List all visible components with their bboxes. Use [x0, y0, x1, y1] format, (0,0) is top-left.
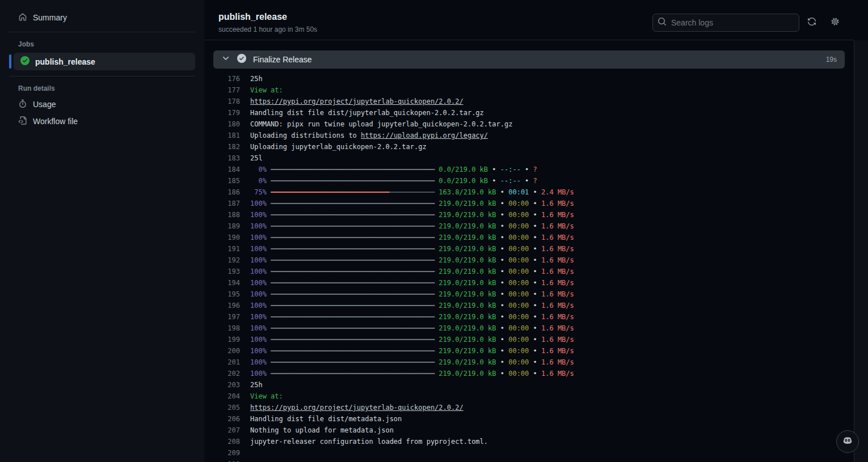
sidebar-item-job-publish-release[interactable]: publish_release [14, 53, 195, 70]
log-line[interactable]: 185 0% ━━━━━━━━━━━━━━━━━━━━━━━━━━━━━━━━━… [204, 175, 854, 187]
line-number[interactable]: 197 [204, 311, 240, 323]
log-line[interactable]: 198100% ━━━━━━━━━━━━━━━━━━━━━━━━━━━━━━━━… [204, 323, 854, 334]
line-number[interactable]: 196 [204, 300, 240, 311]
log-line[interactable]: 199100% ━━━━━━━━━━━━━━━━━━━━━━━━━━━━━━━━… [204, 334, 854, 345]
log-line[interactable]: 202100% ━━━━━━━━━━━━━━━━━━━━━━━━━━━━━━━━… [204, 368, 854, 379]
line-number[interactable]: 182 [204, 141, 240, 152]
log-line[interactable]: 180COMMAND: pipx run twine upload jupyte… [204, 118, 854, 130]
log-line[interactable]: 204View at: [204, 391, 854, 402]
line-number[interactable]: 190 [204, 232, 240, 243]
log-line[interactable]: 206Handling dist file dist/metadata.json [204, 413, 854, 425]
log-line[interactable]: 201100% ━━━━━━━━━━━━━━━━━━━━━━━━━━━━━━━━… [204, 357, 854, 368]
log-line-text: jupyter-releaser configuration loaded fr… [250, 436, 488, 447]
line-number[interactable]: 207 [204, 425, 240, 436]
log-line-text: 100% ━━━━━━━━━━━━━━━━━━━━━━━━━━━━━━━━━━━… [250, 243, 574, 255]
log-line[interactable]: 191100% ━━━━━━━━━━━━━━━━━━━━━━━━━━━━━━━━… [204, 243, 854, 255]
log-line[interactable]: 208jupyter-releaser configuration loaded… [204, 436, 854, 447]
log-line[interactable]: 195100% ━━━━━━━━━━━━━━━━━━━━━━━━━━━━━━━━… [204, 289, 854, 300]
log-line[interactable]: 188100% ━━━━━━━━━━━━━━━━━━━━━━━━━━━━━━━━… [204, 209, 854, 221]
sidebar-item-workflow-file[interactable]: Workflow file [9, 113, 195, 130]
log-line-text: View at: [250, 391, 283, 402]
log-line[interactable]: 181Uploading distributions to https://up… [204, 130, 854, 141]
line-number[interactable]: 193 [204, 266, 240, 277]
line-number[interactable]: 184 [204, 164, 240, 175]
log-url-link[interactable]: https://pypi.org/project/jupyterlab-quic… [250, 98, 464, 105]
line-number[interactable]: 192 [204, 255, 240, 266]
line-number[interactable]: 209 [204, 447, 240, 459]
line-number[interactable]: 198 [204, 323, 240, 334]
line-number[interactable]: 187 [204, 198, 240, 209]
search-logs-box[interactable] [652, 14, 799, 32]
log-url-link[interactable]: https://pypi.org/project/jupyterlab-quic… [250, 404, 464, 412]
log-line-text: https://pypi.org/project/jupyterlab-quic… [250, 402, 464, 413]
log-group-duration: 19s [826, 56, 837, 63]
line-number[interactable]: 202 [204, 368, 240, 379]
log-line[interactable]: 200100% ━━━━━━━━━━━━━━━━━━━━━━━━━━━━━━━━… [204, 345, 854, 357]
page-title: publish_release [218, 12, 287, 22]
log-line[interactable]: 184 0% ━━━━━━━━━━━━━━━━━━━━━━━━━━━━━━━━━… [204, 164, 854, 175]
log-line[interactable]: 186 75% ━━━━━━━━━━━━━━━━━━━━━━━━━━━━━━━━… [204, 187, 854, 198]
jobs-section-title: Jobs [18, 40, 195, 48]
log-line[interactable]: 177View at: [204, 84, 854, 96]
line-number[interactable]: 180 [204, 118, 240, 130]
log-line[interactable]: 178https://pypi.org/project/jupyterlab-q… [204, 96, 854, 107]
line-number[interactable]: 210 [204, 459, 240, 462]
line-number[interactable]: 191 [204, 243, 240, 255]
log-line[interactable]: 18325l [204, 152, 854, 164]
log-line[interactable]: 182Uploading jupyterlab_quickopen-2.0.2.… [204, 141, 854, 152]
sidebar-item-summary[interactable]: Summary [9, 9, 195, 26]
line-number[interactable]: 199 [204, 334, 240, 345]
log-line[interactable]: 209 [204, 447, 854, 459]
log-line[interactable]: 207Nothing to upload for metadata.json [204, 425, 854, 436]
log-line[interactable]: 189100% ━━━━━━━━━━━━━━━━━━━━━━━━━━━━━━━━… [204, 221, 854, 232]
line-number[interactable]: 176 [204, 73, 240, 84]
log-line[interactable]: 194100% ━━━━━━━━━━━━━━━━━━━━━━━━━━━━━━━━… [204, 277, 854, 289]
log-line-text: Handling dist file dist/jupyterlab_quick… [250, 107, 484, 118]
line-number[interactable]: 179 [204, 107, 240, 118]
line-number[interactable]: 200 [204, 345, 240, 357]
line-number[interactable]: 181 [204, 130, 240, 141]
line-number[interactable]: 178 [204, 96, 240, 107]
log-group-header-finalize-release[interactable]: Finalize Release 19s [213, 50, 845, 69]
log-line[interactable]: 190100% ━━━━━━━━━━━━━━━━━━━━━━━━━━━━━━━━… [204, 232, 854, 243]
copilot-button[interactable] [836, 430, 859, 453]
sidebar-item-label: Usage [33, 100, 56, 109]
search-input[interactable] [671, 18, 785, 27]
run-status-subtitle: succeeded 1 hour ago in 3m 50s [218, 26, 317, 33]
log-settings-button[interactable] [828, 15, 842, 30]
log-line[interactable]: 196100% ━━━━━━━━━━━━━━━━━━━━━━━━━━━━━━━━… [204, 300, 854, 311]
log-line[interactable]: 192100% ━━━━━━━━━━━━━━━━━━━━━━━━━━━━━━━━… [204, 255, 854, 266]
log-line[interactable]: 187100% ━━━━━━━━━━━━━━━━━━━━━━━━━━━━━━━━… [204, 198, 854, 209]
refresh-logs-button[interactable] [804, 15, 819, 30]
line-number[interactable]: 205 [204, 402, 240, 413]
line-number[interactable]: 188 [204, 209, 240, 221]
log-url-link[interactable]: https://upload.pypi.org/legacy/ [361, 132, 488, 139]
line-number[interactable]: 206 [204, 413, 240, 425]
line-number[interactable]: 186 [204, 187, 240, 198]
job-name-label: publish_release [35, 57, 95, 66]
line-number[interactable]: 189 [204, 221, 240, 232]
line-number[interactable]: 201 [204, 357, 240, 368]
line-number[interactable]: 185 [204, 175, 240, 187]
log-line[interactable]: 20325h [204, 379, 854, 391]
line-number[interactable]: 204 [204, 391, 240, 402]
sidebar-item-usage[interactable]: Usage [9, 96, 195, 113]
log-scrollbar-track[interactable] [854, 40, 868, 462]
log-line-text: 100% ━━━━━━━━━━━━━━━━━━━━━━━━━━━━━━━━━━━… [250, 198, 574, 209]
line-number[interactable]: 208 [204, 436, 240, 447]
chevron-down-icon [221, 54, 230, 65]
line-number[interactable]: 177 [204, 84, 240, 96]
line-number[interactable]: 183 [204, 152, 240, 164]
log-line-text: 100% ━━━━━━━━━━━━━━━━━━━━━━━━━━━━━━━━━━━… [250, 368, 574, 379]
log-line[interactable]: 193100% ━━━━━━━━━━━━━━━━━━━━━━━━━━━━━━━━… [204, 266, 854, 277]
search-icon [658, 17, 667, 28]
line-number[interactable]: 203 [204, 379, 240, 391]
log-line[interactable]: 205https://pypi.org/project/jupyterlab-q… [204, 402, 854, 413]
sidebar-divider [9, 32, 195, 32]
log-line[interactable]: 179Handling dist file dist/jupyterlab_qu… [204, 107, 854, 118]
log-line[interactable]: 210 [204, 459, 854, 462]
log-line[interactable]: 17625h [204, 73, 854, 84]
line-number[interactable]: 195 [204, 289, 240, 300]
line-number[interactable]: 194 [204, 277, 240, 289]
log-line[interactable]: 197100% ━━━━━━━━━━━━━━━━━━━━━━━━━━━━━━━━… [204, 311, 854, 323]
